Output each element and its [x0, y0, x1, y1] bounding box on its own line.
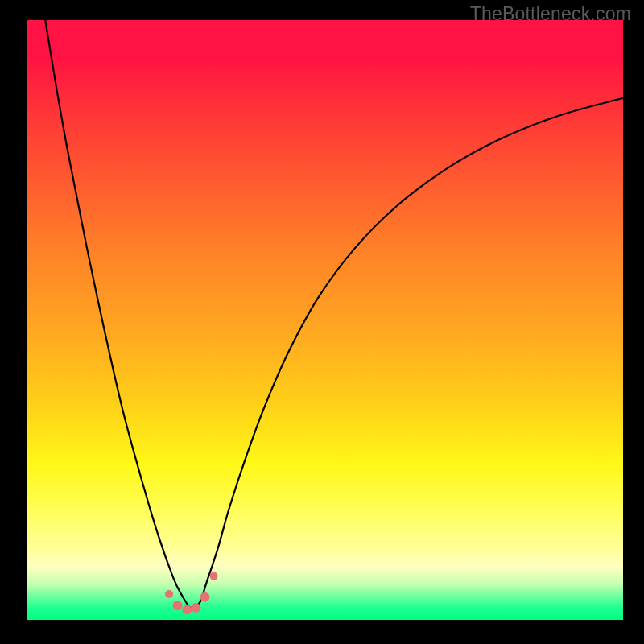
plot-area — [27, 20, 623, 620]
watermark-text: TheBottleneck.com — [470, 3, 631, 25]
bottleneck-curve-path — [45, 20, 623, 608]
curve-marker — [191, 603, 200, 613]
bottleneck-curve-svg — [27, 20, 623, 620]
curve-marker — [200, 592, 210, 602]
curve-marker — [165, 590, 173, 598]
chart-frame: TheBottleneck.com — [0, 0, 644, 644]
curve-marker — [182, 605, 192, 614]
curve-marker — [210, 572, 218, 580]
curve-marker — [173, 601, 183, 610]
